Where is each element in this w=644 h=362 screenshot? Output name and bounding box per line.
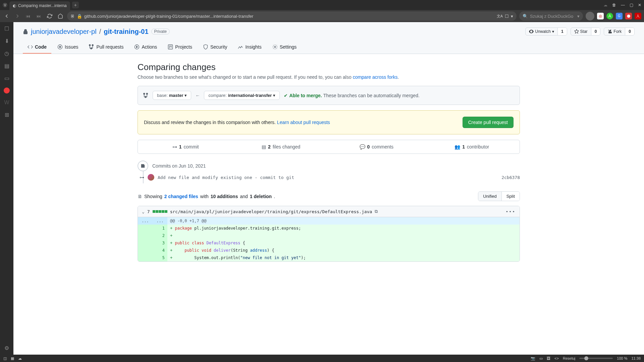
new-tab-button[interactable]: + xyxy=(72,2,79,8)
browser-search[interactable]: 🔍 Szukaj z DuckDuckGo ▾ xyxy=(519,11,583,21)
search-icon: 🔍 xyxy=(523,14,528,19)
cloud-icon[interactable]: ☁ xyxy=(603,3,607,7)
extension-translate-icon[interactable]: G xyxy=(616,13,623,19)
shield-icon[interactable]: ⛨ xyxy=(70,14,75,19)
browser-toolbar: ⏮ ⏭ ⛨ 🔒 github.com/juniorjavadeveloper-p… xyxy=(0,10,644,22)
lock-icon[interactable]: 🔒 xyxy=(77,14,82,19)
extension-ublock-icon[interactable]: ◎ xyxy=(597,13,604,19)
rewind-button[interactable]: ⏮ xyxy=(24,12,32,20)
tab-favicon: ◐ xyxy=(13,3,16,8)
tab-title: Comparing master...interna xyxy=(18,3,67,8)
close-window-icon[interactable]: ✕ xyxy=(638,3,641,7)
url-bar[interactable]: ⛨ 🔒 github.com/juniorjavadeveloper-pl/gi… xyxy=(67,11,517,21)
bookmark-icon[interactable]: ☐ xyxy=(505,14,509,19)
profile-avatar[interactable] xyxy=(586,12,594,20)
search-placeholder: Szukaj z DuckDuckGo xyxy=(530,14,573,19)
chevron-down-icon[interactable]: ▾ xyxy=(511,14,513,19)
vivaldi-menu-icon[interactable]: V xyxy=(3,3,7,7)
reload-button[interactable] xyxy=(46,12,54,20)
browser-tab[interactable]: ◐ Comparing master...interna xyxy=(9,1,70,10)
url-text: github.com/juniorjavadeveloper-pl/git-tr… xyxy=(84,14,495,19)
browser-tab-bar: V ◐ Comparing master...interna + ☁ 🗑 — ▢… xyxy=(0,0,644,10)
fastforward-button[interactable]: ⏭ xyxy=(35,12,43,20)
extension-red-icon[interactable]: ⬣ xyxy=(625,13,632,19)
chevron-down-icon[interactable]: ▾ xyxy=(577,14,580,19)
forward-button[interactable] xyxy=(13,12,21,20)
translate-icon[interactable]: 文A xyxy=(497,14,503,19)
minimize-icon[interactable]: — xyxy=(621,3,625,7)
back-button[interactable] xyxy=(3,12,11,20)
extension-a-icon[interactable]: A xyxy=(606,13,613,19)
home-button[interactable] xyxy=(56,12,64,20)
maximize-icon[interactable]: ▢ xyxy=(630,3,633,7)
trash-icon[interactable]: 🗑 xyxy=(612,3,616,7)
extension-pdf-icon[interactable]: 人 xyxy=(635,13,641,19)
